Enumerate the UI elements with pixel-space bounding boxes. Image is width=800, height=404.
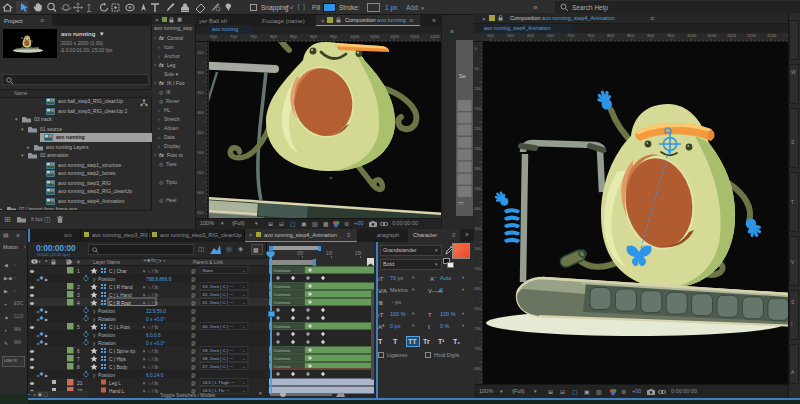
svg-text:62. Zero | C | ⋯: 62. Zero | C | ⋯	[203, 292, 234, 297]
svg-text:50: 50	[475, 66, 480, 71]
svg-text:@: @	[191, 357, 196, 362]
svg-text:350: 350	[475, 186, 482, 191]
svg-text:@: @	[191, 349, 196, 354]
svg-text:8: 8	[77, 365, 80, 370]
svg-text:6: 6	[77, 349, 80, 354]
svg-text:5: 5	[77, 325, 80, 330]
svg-text:☀ ○ / fx: ☀ ○ / fx	[142, 325, 159, 330]
svg-text:Continue: Continue	[274, 268, 291, 273]
svg-text:450: 450	[197, 130, 204, 135]
svg-text:ℽ: ℽ	[92, 309, 96, 314]
svg-text:⌄: ⌄	[242, 388, 245, 393]
svg-text:750: 750	[475, 346, 482, 351]
svg-text:650: 650	[475, 306, 482, 311]
svg-text:600: 600	[197, 190, 204, 195]
svg-text:450: 450	[475, 226, 482, 231]
svg-text:☀ ○ / fx: ☀ ○ / fx	[142, 293, 159, 298]
svg-text:ℽ: ℽ	[92, 333, 96, 338]
svg-text:Continue: Continue	[274, 364, 291, 369]
svg-text:63. Zero | C | ⋯: 63. Zero | C | ⋯	[203, 284, 234, 289]
svg-text:@: @	[191, 309, 196, 314]
svg-text:C | L Foot: C | L Foot	[109, 325, 130, 330]
svg-text:57. Zero | C | ⋯: 57. Zero | C | ⋯	[203, 364, 234, 369]
svg-text:Continue: Continue	[274, 284, 291, 289]
svg-text:ℽ: ℽ	[92, 277, 96, 282]
svg-text:500: 500	[475, 246, 482, 251]
svg-text:@: @	[191, 277, 196, 282]
svg-text:59. Zero | C | ⋯: 59. Zero | C | ⋯	[203, 348, 234, 353]
svg-text:@: @	[191, 269, 196, 274]
svg-text:☀ ○ / fx: ☀ ○ / fx	[142, 349, 159, 354]
svg-text:Continue: Continue	[274, 292, 291, 297]
svg-text:4: 4	[77, 301, 80, 306]
svg-text:250: 250	[475, 146, 482, 151]
svg-text:350: 350	[197, 90, 204, 95]
svg-text:200: 200	[475, 126, 482, 131]
svg-text:400: 400	[475, 206, 482, 211]
svg-text:C | R Foot: C | R Foot	[109, 301, 131, 306]
svg-text:2: 2	[77, 285, 80, 290]
svg-text:⌄: ⌄	[242, 380, 245, 385]
svg-text:22.9,59.0: 22.9,59.0	[146, 309, 166, 314]
svg-text:Rotation: Rotation	[98, 317, 116, 322]
svg-text:150: 150	[475, 106, 482, 111]
svg-text:☀ ○ / fx: ☀ ○ / fx	[142, 301, 159, 306]
svg-text:550: 550	[197, 170, 204, 175]
svg-text:⌄: ⌄	[242, 284, 245, 289]
svg-text:600: 600	[475, 286, 482, 291]
svg-text:1: 1	[77, 269, 80, 274]
svg-text:700: 700	[475, 326, 482, 331]
svg-text:☀ ○ / fx: ☀ ○ / fx	[142, 365, 159, 370]
svg-text:ℽ: ℽ	[92, 341, 96, 346]
svg-text:Continue: Continue	[274, 356, 291, 361]
svg-text:0 x +0.0°: 0 x +0.0°	[146, 317, 165, 322]
svg-text:☀ ○ / fx: ☀ ○ / fx	[142, 285, 159, 290]
svg-text:C | Hips: C | Hips	[109, 357, 127, 362]
svg-text:@: @	[191, 333, 196, 338]
svg-text:@: @	[191, 293, 196, 298]
svg-text:⌄: ⌄	[242, 292, 245, 297]
svg-text:0: 0	[475, 46, 478, 51]
svg-text:788.8,866.8: 788.8,866.8	[146, 277, 172, 282]
svg-text:Position: Position	[98, 333, 115, 338]
svg-text:@: @	[191, 325, 196, 330]
svg-text:400: 400	[197, 110, 204, 115]
svg-text:@: @	[191, 301, 196, 306]
svg-text:3: 3	[77, 293, 80, 298]
svg-text:6.0,0.6: 6.0,0.6	[146, 333, 161, 338]
svg-text:0 x +0.0°: 0 x +0.0°	[146, 341, 165, 346]
svg-text:Position: Position	[98, 277, 115, 282]
svg-text:Rotation: Rotation	[98, 341, 116, 346]
svg-text:550: 550	[475, 266, 482, 271]
svg-text:Continue: Continue	[274, 348, 291, 353]
svg-text:500: 500	[197, 150, 204, 155]
svg-text:@: @	[191, 373, 196, 378]
svg-text:650: 650	[197, 210, 204, 215]
svg-text:@: @	[191, 341, 196, 346]
svg-text:ℽ: ℽ	[92, 317, 96, 322]
svg-text:800: 800	[475, 366, 482, 371]
svg-text:⌄: ⌄	[242, 348, 245, 353]
svg-text:Continue: Continue	[274, 324, 291, 329]
svg-text:@: @	[191, 381, 196, 386]
svg-text:@: @	[191, 285, 196, 290]
svg-text:Continue: Continue	[274, 300, 291, 305]
svg-text:C | R Hand: C | R Hand	[109, 285, 133, 290]
svg-text:☀ ○ / fx: ☀ ○ / fx	[142, 389, 159, 394]
svg-text:⌄: ⌄	[242, 356, 245, 361]
svg-text:☀ ○ / fx: ☀ ○ / fx	[142, 381, 159, 386]
svg-text:C | L Hand: C | L Hand	[109, 293, 132, 298]
svg-text:7: 7	[77, 357, 80, 362]
svg-text:Leg L: Leg L	[109, 381, 121, 386]
svg-text:300: 300	[475, 166, 482, 171]
svg-text:100: 100	[475, 86, 482, 91]
svg-text:None: None	[203, 268, 214, 273]
svg-text:@: @	[191, 365, 196, 370]
svg-text:6.0,14.6: 6.0,14.6	[146, 373, 164, 378]
svg-text:58. Zero | C | ⋯: 58. Zero | C | ⋯	[203, 356, 234, 361]
svg-text:16.5 | L Thigh ⋯: 16.5 | L Thigh ⋯	[203, 380, 235, 385]
svg-text:@: @	[191, 317, 196, 322]
svg-text:60. Zero | C | ⋯: 60. Zero | C | ⋯	[203, 324, 234, 329]
svg-text:⌄: ⌄	[242, 300, 245, 305]
svg-text:⌄: ⌄	[242, 324, 245, 329]
